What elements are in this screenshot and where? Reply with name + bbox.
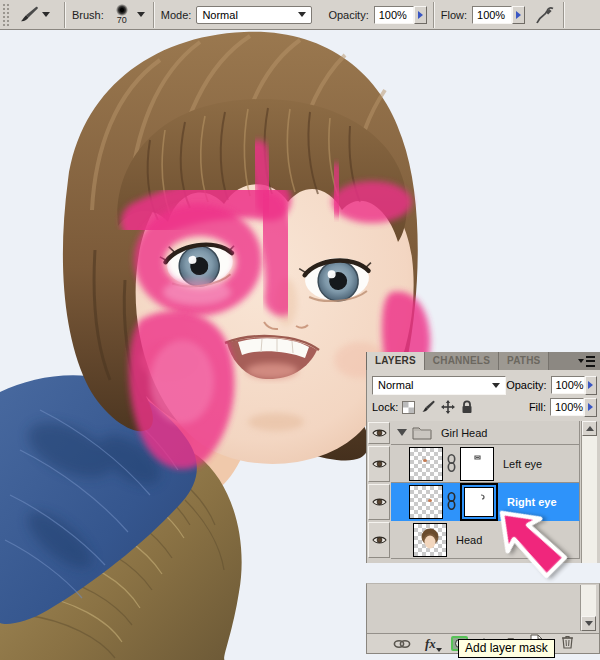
layer-mask-thumbnail[interactable] bbox=[460, 447, 494, 481]
slider-arrow-icon bbox=[588, 381, 593, 389]
layer-name: Head bbox=[456, 534, 482, 546]
layer-name: Left eye bbox=[503, 458, 542, 470]
layer-list-scrollbar[interactable] bbox=[581, 421, 597, 563]
brush-size: 70 bbox=[117, 16, 127, 25]
group-expand-triangle[interactable] bbox=[397, 429, 407, 436]
visibility-toggle[interactable] bbox=[368, 422, 390, 444]
separator bbox=[153, 2, 155, 28]
tooltip-add-layer-mask: Add layer mask bbox=[458, 639, 555, 658]
layer-thumbnail[interactable] bbox=[413, 523, 447, 557]
separator bbox=[563, 2, 565, 28]
layer-row-girl-head[interactable]: Girl Head bbox=[367, 421, 600, 445]
head-thumbnail-image bbox=[414, 524, 446, 556]
lock-transparency-icon[interactable] bbox=[402, 401, 415, 414]
scroll-down-button[interactable] bbox=[581, 616, 596, 631]
eye-icon bbox=[372, 428, 387, 438]
scroll-down-icon bbox=[585, 621, 593, 626]
layer-name: Girl Head bbox=[441, 427, 487, 439]
brush-tool-button[interactable] bbox=[13, 3, 54, 27]
fx-caret-icon bbox=[436, 648, 442, 652]
layer-list-empty-area[interactable] bbox=[367, 584, 599, 634]
airbrush-icon[interactable] bbox=[533, 4, 557, 26]
mode-value: Normal bbox=[202, 9, 237, 21]
tab-channels[interactable]: CHANNELS bbox=[425, 352, 499, 370]
layers-panel: LAYERS CHANNELS PATHS Normal Opacity: 10… bbox=[366, 352, 600, 654]
lock-position-icon[interactable] bbox=[441, 400, 455, 414]
visibility-toggle[interactable] bbox=[368, 484, 390, 520]
opacity-label: Opacity: bbox=[328, 9, 368, 21]
blend-mode-select[interactable]: Normal bbox=[372, 376, 506, 395]
fill-value: 100% bbox=[555, 401, 583, 413]
mode-label: Mode: bbox=[161, 9, 192, 21]
scroll-up-button[interactable] bbox=[582, 421, 597, 436]
layer-row-right-eye[interactable]: Right eye bbox=[367, 483, 600, 521]
delete-layer-button[interactable] bbox=[561, 634, 574, 651]
eye-icon bbox=[372, 497, 387, 507]
tab-layers[interactable]: LAYERS bbox=[367, 352, 425, 370]
flow-value: 100% bbox=[477, 9, 505, 21]
slider-arrow-icon bbox=[418, 11, 423, 19]
options-bar: Brush: 70 Mode: Normal Opacity: 100% Flo… bbox=[0, 0, 600, 30]
mode-select[interactable]: Normal bbox=[196, 6, 312, 24]
link-layers-button[interactable] bbox=[393, 639, 411, 651]
layer-list-scrollbar-bottom[interactable] bbox=[580, 585, 596, 631]
panel-opacity-value: 100% bbox=[556, 379, 584, 391]
trash-icon bbox=[561, 634, 574, 649]
mask-link-icon[interactable] bbox=[447, 454, 456, 474]
panel-menu-lines-icon bbox=[586, 356, 595, 367]
panel-opacity-slider-button[interactable] bbox=[585, 376, 598, 395]
tab-paths[interactable]: PATHS bbox=[499, 352, 549, 370]
mode-caret bbox=[298, 12, 306, 17]
panel-opacity-input[interactable]: 100% bbox=[551, 376, 585, 394]
panel-tabbar: LAYERS CHANNELS PATHS bbox=[366, 352, 600, 370]
panel-gap bbox=[366, 563, 600, 583]
layer-row-left-eye[interactable]: Left eye bbox=[367, 445, 600, 483]
selected-mask-frame bbox=[460, 483, 498, 521]
visibility-toggle[interactable] bbox=[368, 522, 390, 558]
opacity-value: 100% bbox=[379, 9, 407, 21]
layer-list: Girl Head bbox=[366, 421, 600, 563]
layer-name: Right eye bbox=[507, 496, 557, 508]
lock-paint-icon[interactable] bbox=[421, 400, 435, 414]
fill-input[interactable]: 100% bbox=[550, 398, 584, 416]
opacity-input[interactable]: 100% bbox=[374, 6, 414, 24]
flow-slider-button[interactable] bbox=[512, 6, 525, 24]
slider-arrow-icon bbox=[516, 11, 521, 19]
layer-mask-thumbnail[interactable] bbox=[464, 487, 494, 517]
brush-picker-caret[interactable] bbox=[137, 12, 145, 17]
layer-styles-button[interactable]: fx bbox=[425, 636, 436, 652]
brush-tool-caret bbox=[42, 12, 50, 17]
folder-icon bbox=[412, 425, 432, 440]
fx-icon: fx bbox=[425, 636, 436, 651]
panel-menu-button[interactable] bbox=[578, 352, 600, 370]
brush-preview[interactable]: 70 bbox=[109, 4, 135, 25]
panel-controls: Normal Opacity: 100% Lock: bbox=[366, 370, 600, 421]
eye-icon bbox=[372, 535, 387, 545]
layer-thumbnail[interactable] bbox=[409, 485, 443, 519]
fill-label: Fill: bbox=[529, 401, 546, 413]
lock-label: Lock: bbox=[372, 401, 398, 413]
blend-mode-caret bbox=[492, 383, 500, 388]
panel-menu-caret-icon bbox=[578, 359, 584, 363]
flow-label: Flow: bbox=[441, 9, 467, 21]
blend-mode-value: Normal bbox=[378, 379, 413, 391]
fill-slider-button[interactable] bbox=[584, 398, 597, 417]
mask-link-icon[interactable] bbox=[447, 492, 456, 512]
visibility-toggle[interactable] bbox=[368, 446, 390, 482]
opacity-slider-button[interactable] bbox=[414, 6, 427, 24]
flow-input[interactable]: 100% bbox=[472, 6, 512, 24]
toolbar-grip[interactable] bbox=[2, 3, 9, 27]
lock-all-icon[interactable] bbox=[461, 400, 473, 414]
slider-arrow-icon bbox=[588, 403, 593, 411]
separator bbox=[433, 2, 435, 28]
eye-icon bbox=[372, 459, 387, 469]
layer-row-head[interactable]: Head bbox=[367, 521, 600, 559]
layer-thumbnail[interactable] bbox=[409, 447, 443, 481]
brush-tool-icon bbox=[17, 5, 39, 25]
brush-label: Brush: bbox=[72, 9, 104, 21]
scroll-up-icon bbox=[586, 426, 594, 431]
separator bbox=[64, 2, 66, 28]
panel-opacity-label: Opacity: bbox=[506, 379, 546, 391]
